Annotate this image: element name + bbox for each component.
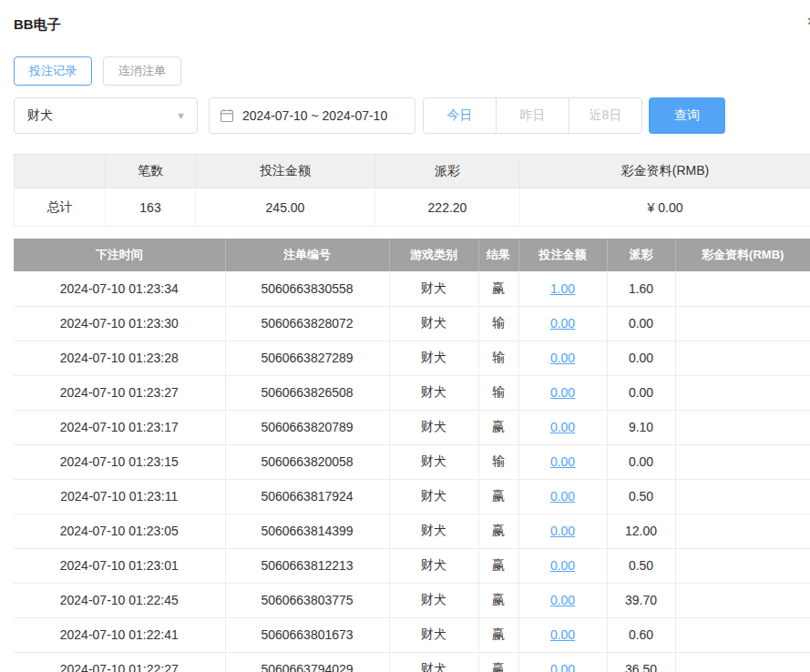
table-cell: 财犬 xyxy=(389,306,478,341)
page-header: BB电子 ✕ xyxy=(14,16,810,34)
bet-amount-cell: 0.00 xyxy=(518,444,607,479)
close-icon[interactable]: ✕ xyxy=(806,15,810,28)
table-cell: 赢 xyxy=(478,479,518,514)
table-cell: 财犬 xyxy=(389,617,478,652)
page-container: BB电子 ✕ 投注记录 连消注单 财犬 ▼ 2024-07-10 ~ 2024-… xyxy=(0,0,810,672)
table-row: 2024-07-10 01:23:155060663820058财犬输0.000… xyxy=(14,444,810,479)
table-cell: 财犬 xyxy=(389,444,478,479)
bet-amount-link[interactable]: 1.00 xyxy=(550,281,575,296)
table-cell: 赢 xyxy=(478,514,518,548)
table-cell: 0.50 xyxy=(607,548,675,583)
table-cell: 12.00 xyxy=(607,514,675,548)
table-cell xyxy=(675,410,810,444)
bet-amount-cell: 0.00 xyxy=(518,306,607,341)
tab-bar: 投注记录 连消注单 xyxy=(14,56,810,86)
records-column-header: 游戏类别 xyxy=(389,239,478,271)
table-row: 2024-07-10 01:23:275060663826508财犬输0.000… xyxy=(14,375,810,410)
table-row: 2024-07-10 01:23:175060663820789财犬赢0.009… xyxy=(14,410,810,444)
search-button[interactable]: 查询 xyxy=(649,97,725,134)
bet-amount-link[interactable]: 0.00 xyxy=(550,593,575,607)
tab-bet-records[interactable]: 投注记录 xyxy=(14,56,92,86)
table-cell xyxy=(675,375,810,410)
table-cell: 0.00 xyxy=(607,341,675,375)
table-cell: 5060663803775 xyxy=(225,583,389,617)
tab-linked-cancel-orders[interactable]: 连消注单 xyxy=(103,56,181,86)
table-row: 2024-07-10 01:23:115060663817924财犬赢0.000… xyxy=(14,479,810,514)
table-cell: 财犬 xyxy=(389,583,478,617)
summary-total-label: 总计 xyxy=(15,188,106,227)
summary-total-row: 总计 163 245.00 222.20 ¥ 0.00 xyxy=(15,188,810,227)
records-header-row: 下注时间注单编号游戏类别结果投注金额派彩彩金资料(RMB) xyxy=(14,239,810,271)
table-row: 2024-07-10 01:22:275060663794029财犬赢0.003… xyxy=(14,652,810,672)
table-cell: 2024-07-10 01:23:27 xyxy=(14,375,225,410)
table-cell xyxy=(675,583,810,617)
last-8-days-button[interactable]: 近8日 xyxy=(569,97,642,134)
table-cell: 财犬 xyxy=(389,548,478,583)
table-cell: 财犬 xyxy=(389,479,478,514)
bet-amount-cell: 0.00 xyxy=(518,514,607,548)
table-cell xyxy=(675,444,810,479)
table-cell: 5060663830558 xyxy=(225,271,389,306)
bet-amount-cell: 1.00 xyxy=(518,271,607,306)
table-cell: 赢 xyxy=(478,652,518,672)
summary-table: 笔数 投注金额 派彩 彩金资料(RMB) 总计 163 245.00 222.2… xyxy=(14,154,810,227)
table-row: 2024-07-10 01:23:285060663827289财犬输0.000… xyxy=(14,341,810,375)
bet-amount-link[interactable]: 0.00 xyxy=(550,524,575,538)
summary-payout-value: 222.20 xyxy=(375,188,520,227)
table-row: 2024-07-10 01:22:415060663801673财犬赢0.000… xyxy=(14,617,810,652)
game-select[interactable]: 财犬 ▼ xyxy=(14,97,198,134)
table-cell: 5060663820058 xyxy=(225,444,389,479)
date-range-input[interactable]: 2024-07-10 ~ 2024-07-10 xyxy=(209,97,415,134)
today-button[interactable]: 今日 xyxy=(423,97,497,134)
table-cell: 财犬 xyxy=(389,514,478,548)
table-cell: 输 xyxy=(478,306,518,341)
table-cell: 5060663812213 xyxy=(225,548,389,583)
bet-amount-link[interactable]: 0.00 xyxy=(550,316,575,331)
table-row: 2024-07-10 01:23:015060663812213财犬赢0.000… xyxy=(14,548,810,583)
table-cell: 财犬 xyxy=(389,375,478,410)
table-cell xyxy=(675,306,810,341)
table-row: 2024-07-10 01:23:345060663830558财犬赢1.001… xyxy=(14,271,810,306)
bet-amount-link[interactable]: 0.00 xyxy=(550,420,575,434)
table-cell: 5060663817924 xyxy=(225,479,389,514)
table-cell: 赢 xyxy=(478,583,518,617)
table-cell: 9.10 xyxy=(607,410,675,444)
table-row: 2024-07-10 01:22:455060663803775财犬赢0.003… xyxy=(14,583,810,617)
table-row: 2024-07-10 01:23:305060663828072财犬输0.000… xyxy=(14,306,810,341)
bet-amount-link[interactable]: 0.00 xyxy=(550,627,575,642)
bet-amount-cell: 0.00 xyxy=(518,341,607,375)
bet-amount-link[interactable]: 0.00 xyxy=(550,558,575,573)
calendar-icon xyxy=(220,108,234,123)
bet-amount-link[interactable]: 0.00 xyxy=(550,351,575,365)
table-cell: 2024-07-10 01:23:15 xyxy=(14,444,225,479)
bet-amount-cell: 0.00 xyxy=(518,652,607,672)
summary-header-row: 笔数 投注金额 派彩 彩金资料(RMB) xyxy=(15,155,810,188)
table-cell: 0.00 xyxy=(607,444,675,479)
table-cell: 输 xyxy=(478,444,518,479)
table-cell: 5060663814399 xyxy=(225,514,389,548)
records-column-header: 注单编号 xyxy=(225,239,389,271)
table-cell: 2024-07-10 01:23:05 xyxy=(14,514,225,548)
table-cell: 2024-07-10 01:23:17 xyxy=(14,410,225,444)
game-select-value: 财犬 xyxy=(27,107,53,124)
bet-amount-link[interactable]: 0.00 xyxy=(550,489,575,504)
bet-amount-link[interactable]: 0.00 xyxy=(550,385,575,400)
table-cell: 36.50 xyxy=(607,652,675,672)
summary-header-count: 笔数 xyxy=(106,155,196,188)
bet-amount-cell: 0.00 xyxy=(518,548,607,583)
bet-amount-link[interactable]: 0.00 xyxy=(550,454,575,469)
table-cell: 赢 xyxy=(478,410,518,444)
page-title: BB电子 xyxy=(14,16,810,34)
table-cell: 2024-07-10 01:23:30 xyxy=(14,306,225,341)
chevron-down-icon: ▼ xyxy=(176,110,186,121)
table-cell xyxy=(675,271,810,306)
table-cell: 2024-07-10 01:23:34 xyxy=(14,271,225,306)
bet-amount-cell: 0.00 xyxy=(518,617,607,652)
summary-header-blank xyxy=(15,155,106,188)
table-cell: 0.60 xyxy=(607,617,675,652)
yesterday-button[interactable]: 昨日 xyxy=(496,97,569,134)
bet-amount-link[interactable]: 0.00 xyxy=(550,662,575,672)
table-cell: 5060663826508 xyxy=(225,375,389,410)
table-cell xyxy=(675,514,810,548)
table-cell: 39.70 xyxy=(607,583,675,617)
